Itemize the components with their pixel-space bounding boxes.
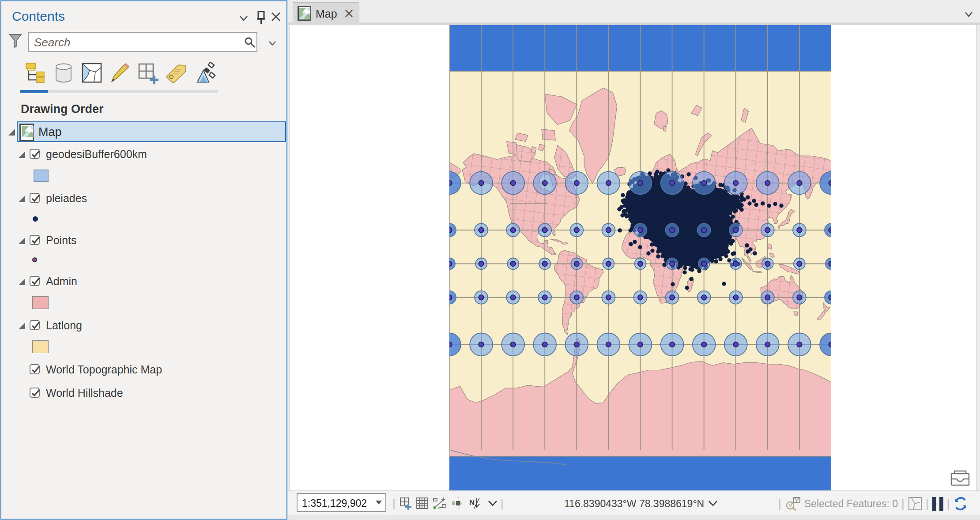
svg-text:N: N xyxy=(469,498,475,507)
